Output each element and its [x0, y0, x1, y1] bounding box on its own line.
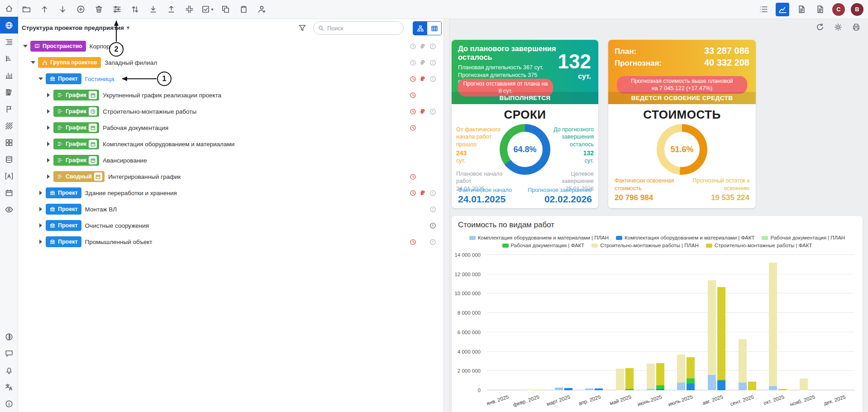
home-icon[interactable]	[0, 0, 18, 17]
tree-row[interactable]: ГрафикРабочая документация	[18, 120, 444, 136]
user-settings-icon[interactable]	[255, 3, 268, 16]
expand-toggle-icon[interactable]	[38, 190, 43, 196]
move-down-icon[interactable]	[56, 3, 69, 16]
panel-divider[interactable]	[444, 19, 450, 412]
expand-toggle-icon[interactable]	[46, 109, 51, 114]
info-icon[interactable]	[0, 395, 18, 412]
legend-item[interactable]: Рабочая документация | ФАКТ	[502, 243, 585, 248]
expand-toggle-icon[interactable]	[46, 125, 51, 130]
table-view-toggle[interactable]	[427, 22, 441, 35]
import-icon[interactable]	[147, 3, 159, 16]
contrast-icon[interactable]	[0, 328, 18, 345]
move-up-icon[interactable]	[38, 3, 51, 16]
bar-segment	[708, 375, 716, 390]
document-icon[interactable]	[814, 3, 826, 16]
copy-icon[interactable]	[219, 3, 232, 16]
filter-settings-icon[interactable]	[110, 3, 123, 16]
brand-badge-1[interactable]: С	[832, 3, 845, 16]
delete-icon[interactable]	[92, 3, 105, 16]
bar-segment	[585, 388, 593, 390]
tree-row[interactable]: ПроектГостиница₽	[18, 71, 444, 87]
wbs-icon[interactable]	[0, 50, 18, 67]
database-icon[interactable]	[0, 151, 18, 168]
print-icon[interactable]	[852, 23, 861, 32]
add-icon[interactable]	[74, 3, 87, 16]
tree-view-toggle[interactable]	[413, 22, 427, 35]
legend-item[interactable]: Строительно-монтажные работы | ПЛАН	[591, 243, 699, 248]
visibility-icon[interactable]	[0, 201, 18, 218]
tree-row[interactable]: ПроектОчистные сооружения	[18, 217, 444, 234]
expand-toggle-icon[interactable]	[30, 60, 36, 65]
annotations-icon[interactable]	[0, 168, 18, 184]
brand-badge-2[interactable]: В	[851, 3, 863, 16]
dashboard-view-icon[interactable]	[776, 3, 789, 16]
bar-segment	[616, 369, 624, 390]
legend-item[interactable]: Комплектация оборудованием и материалами…	[469, 235, 609, 240]
tree-body: ПространствоКорпорация₽Группа проектовЗа…	[18, 37, 444, 250]
tree-row[interactable]: ГрафикКомплектация оборудованием и матер…	[18, 136, 444, 152]
bar-segment	[595, 388, 603, 390]
structure-icon[interactable]	[0, 34, 18, 50]
plan-bar	[800, 255, 808, 390]
plan-bar	[585, 255, 593, 390]
expand-toggle-icon[interactable]	[38, 206, 43, 212]
refresh-icon[interactable]	[816, 23, 825, 32]
list-view-icon[interactable]	[757, 3, 770, 16]
report-icon[interactable]	[795, 3, 808, 16]
timing-bottom-row: Фактическое начало 24.01.2025 Прогнозное…	[458, 187, 592, 205]
empty-status-slot	[409, 221, 417, 230]
hatch-icon[interactable]	[0, 117, 18, 134]
charts-icon[interactable]	[0, 67, 18, 84]
bar-segment	[769, 386, 777, 390]
collapse-icon[interactable]	[183, 3, 196, 16]
search-input[interactable]	[327, 23, 399, 34]
expand-toggle-icon[interactable]	[46, 141, 51, 147]
globe-icon[interactable]	[0, 17, 18, 34]
tree-row[interactable]: ГрафикУкрупненный график реализации прое…	[18, 87, 444, 103]
export-icon[interactable]	[165, 3, 177, 16]
project-badge: Проект	[46, 187, 81, 198]
expand-toggle-icon[interactable]	[46, 174, 51, 179]
tree-row[interactable]: ПроектЗдание переработки и хранения₽	[18, 185, 444, 201]
tree-row[interactable]: ПроектМонтаж ВЛ	[18, 201, 444, 217]
expand-toggle-icon[interactable]	[38, 239, 43, 244]
warn-status-icon	[429, 205, 437, 213]
tree-row[interactable]: ГрафикСтроительно-монтажные работы₽	[18, 103, 444, 120]
tree-row[interactable]: СводныйИнтегрированный график	[18, 168, 444, 185]
expand-toggle-icon[interactable]	[38, 76, 43, 81]
remaining-unit: сут.	[549, 157, 594, 164]
notifications-icon[interactable]	[0, 362, 18, 378]
library-icon[interactable]	[0, 84, 18, 101]
view-toggles	[413, 21, 442, 35]
fact-bar	[503, 255, 511, 390]
approve-icon[interactable]: ▾	[201, 3, 214, 16]
tree-row[interactable]: ПроектПромышленный объект	[18, 234, 444, 250]
warn-status-icon	[429, 189, 437, 197]
modules-icon[interactable]	[0, 134, 18, 151]
tree-title-caret-icon[interactable]: ▾	[127, 24, 129, 31]
expand-toggle-icon[interactable]	[46, 92, 51, 98]
filter-icon[interactable]	[298, 24, 307, 33]
language-icon[interactable]	[0, 378, 18, 395]
bank-icon	[49, 239, 56, 245]
legend-item[interactable]: Комплектация оборудованием и материалами…	[616, 235, 754, 240]
open-folder-icon[interactable]	[20, 3, 33, 16]
paste-icon[interactable]	[237, 3, 250, 16]
bar-segment	[625, 368, 634, 389]
comments-icon[interactable]	[0, 345, 18, 362]
expand-toggle-icon[interactable]	[23, 43, 28, 49]
legend-item[interactable]: Строительно-монтажные работы | ФАКТ	[706, 243, 812, 248]
expand-toggle-icon[interactable]	[46, 158, 51, 163]
expand-toggle-icon[interactable]	[38, 223, 43, 228]
hlines-icon	[57, 125, 63, 131]
calendar-icon[interactable]	[0, 184, 18, 201]
spent-value: 20 796 984	[615, 193, 687, 203]
milestones-icon[interactable]	[0, 101, 18, 117]
swap-levels-icon[interactable]	[129, 3, 141, 16]
tree-row[interactable]: ПространствоКорпорация₽	[18, 38, 444, 54]
row-status-icons	[409, 140, 437, 148]
tree-row[interactable]: Группа проектовЗападный филиал₽	[18, 54, 444, 71]
legend-item[interactable]: Рабочая документация | ПЛАН	[762, 235, 845, 240]
settings-icon[interactable]	[834, 23, 843, 32]
tree-row[interactable]: ГрафикАвансирование	[18, 152, 444, 168]
